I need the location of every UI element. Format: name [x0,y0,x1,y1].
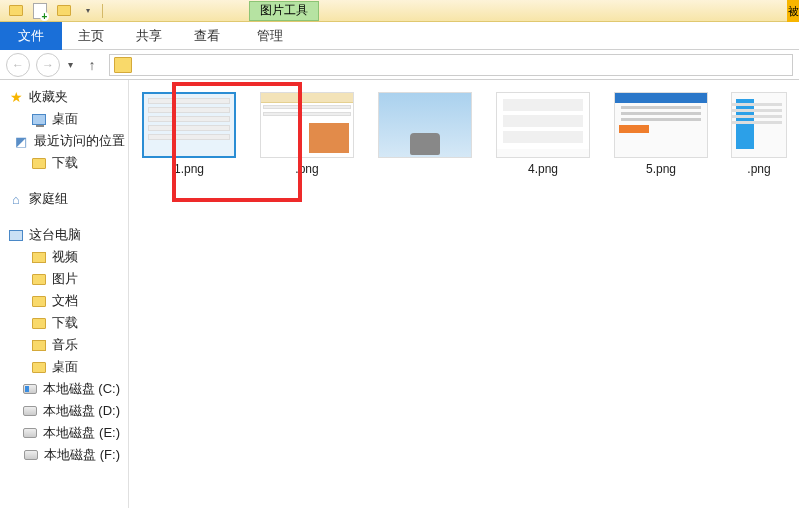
sidebar-label: 收藏夹 [29,88,68,106]
sidebar-label: 桌面 [52,110,78,128]
file-thumbnail [496,92,590,158]
forward-button[interactable]: → [36,53,60,77]
folder-icon [31,337,47,353]
sidebar-label: 文档 [52,292,78,310]
sidebar-label: 音乐 [52,336,78,354]
file-thumbnail [378,92,472,158]
sidebar-label: 这台电脑 [29,226,81,244]
recent-icon: ◩ [13,133,29,149]
disk-icon [22,425,38,441]
sidebar-item-desktop[interactable]: 桌面 [4,108,124,130]
folder-icon [31,271,47,287]
file-thumbnail [731,92,787,158]
file-item[interactable]: 1.png [139,92,239,176]
main-area: ★ 收藏夹 桌面 ◩ 最近访问的位置 下载 ⌂ 家庭组 [0,80,799,508]
file-name: .png [295,162,318,176]
computer-icon [8,227,24,243]
tab-share[interactable]: 共享 [120,22,178,50]
sidebar-item-favorites[interactable]: ★ 收藏夹 [4,86,124,108]
sidebar-label: 本地磁盘 (D:) [43,402,120,420]
file-item[interactable]: .png [257,92,357,176]
context-tab-images: 图片工具 [249,1,319,21]
history-dropdown-icon[interactable]: ▾ [66,59,75,70]
tab-view[interactable]: 查看 [178,22,236,50]
sidebar-label: 桌面 [52,358,78,376]
title-truncated-text: 被 [787,0,799,22]
sidebar-item-downloads-pc[interactable]: 下载 [4,312,124,334]
folder-icon [31,155,47,171]
file-tab[interactable]: 文件 [0,22,62,50]
address-folder-icon [114,57,132,73]
file-item[interactable]: 4.png [493,92,593,176]
file-list[interactable]: 1.png .png 4.png [129,80,799,508]
folder-icon [31,315,47,331]
sidebar-label: 本地磁盘 (E:) [43,424,120,442]
new-file-icon[interactable] [30,2,50,20]
sidebar-item-disk-e[interactable]: 本地磁盘 (E:) [4,422,124,444]
sidebar-item-pictures[interactable]: 图片 [4,268,124,290]
tab-manage[interactable]: 管理 [241,22,299,50]
file-item[interactable]: 5.png [611,92,711,176]
back-button[interactable]: ← [6,53,30,77]
star-icon: ★ [8,89,24,105]
folder-icon [31,249,47,265]
ribbon-tabs: 文件 主页 共享 查看 管理 [0,22,799,50]
sidebar-item-disk-c[interactable]: 本地磁盘 (C:) [4,378,124,400]
file-item[interactable]: .png [729,92,789,176]
file-name: 1.png [174,162,204,176]
sidebar-item-disk-f[interactable]: 本地磁盘 (F:) [4,444,124,466]
sidebar-item-downloads[interactable]: 下载 [4,152,124,174]
navigation-bar: ← → ▾ ↑ [0,50,799,80]
title-bar: ▾ 图片工具 被 [0,0,799,22]
sidebar-item-thispc[interactable]: 这台电脑 [4,224,124,246]
folder-icon[interactable] [6,2,26,20]
disk-icon [23,447,39,463]
sidebar-label: 图片 [52,270,78,288]
sidebar-item-disk-d[interactable]: 本地磁盘 (D:) [4,400,124,422]
sidebar-item-recent[interactable]: ◩ 最近访问的位置 [4,130,124,152]
tree-favorites: ★ 收藏夹 桌面 ◩ 最近访问的位置 下载 [4,86,124,174]
sidebar-label: 下载 [52,314,78,332]
quick-access-toolbar: ▾ [0,2,109,20]
file-thumbnail [614,92,708,158]
tree-thispc: 这台电脑 视频 图片 文档 下载 音乐 桌面 本地磁盘 (C:) 本地磁盘 (D… [4,224,124,466]
sidebar-label: 家庭组 [29,190,68,208]
sidebar-label: 下载 [52,154,78,172]
qat-divider [102,4,103,18]
navigation-pane: ★ 收藏夹 桌面 ◩ 最近访问的位置 下载 ⌂ 家庭组 [0,80,129,508]
folder-icon [31,359,47,375]
sidebar-item-videos[interactable]: 视频 [4,246,124,268]
sidebar-label: 视频 [52,248,78,266]
sidebar-item-homegroup[interactable]: ⌂ 家庭组 [4,188,124,210]
disk-icon [22,403,38,419]
file-name: 5.png [646,162,676,176]
sidebar-item-documents[interactable]: 文档 [4,290,124,312]
address-bar[interactable] [109,54,793,76]
sidebar-label: 本地磁盘 (F:) [44,446,120,464]
qat-dropdown-icon[interactable]: ▾ [78,2,98,20]
sidebar-label: 最近访问的位置 [34,132,125,150]
up-button[interactable]: ↑ [81,54,103,76]
folder-icon [31,293,47,309]
file-thumbnail [142,92,236,158]
file-thumbnail [260,92,354,158]
disk-icon [22,381,38,397]
sidebar-item-desktop-pc[interactable]: 桌面 [4,356,124,378]
file-name: .png [747,162,770,176]
desktop-icon [31,111,47,127]
tree-homegroup: ⌂ 家庭组 [4,188,124,210]
file-name: 4.png [528,162,558,176]
file-item[interactable] [375,92,475,162]
tab-home[interactable]: 主页 [62,22,120,50]
open-folder-icon[interactable] [54,2,74,20]
sidebar-label: 本地磁盘 (C:) [43,380,120,398]
sidebar-item-music[interactable]: 音乐 [4,334,124,356]
homegroup-icon: ⌂ [8,191,24,207]
